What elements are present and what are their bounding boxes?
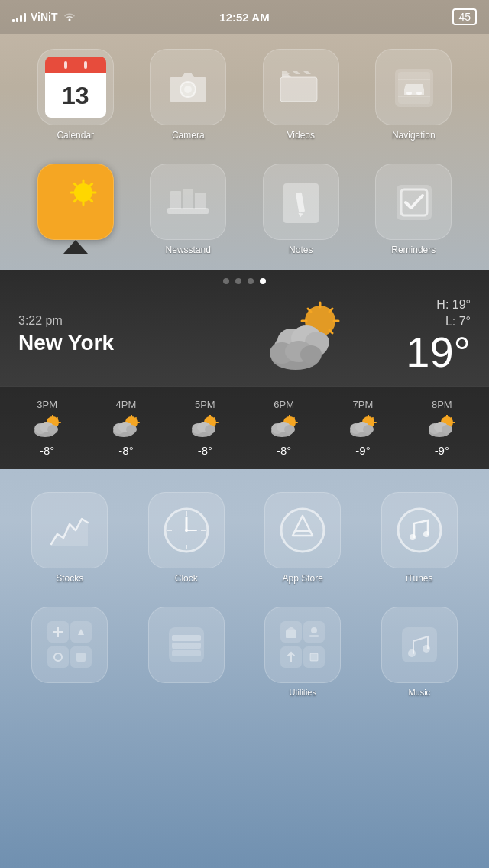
settings-folder-icon [31,607,108,683]
videos-icon [263,49,339,125]
svg-point-89 [363,425,374,434]
dot-1 [223,278,229,284]
app-item-calendar[interactable]: 13 Calendar [23,49,128,141]
utilities-label: Utilities [290,688,316,697]
app-item-reminders[interactable]: Reminders [361,164,467,255]
cal-header [45,57,106,73]
weather-main: 3:22 pm New York [0,289,489,386]
homescreen-row1: 13 Calendar Camera [0,34,489,156]
app-item-utilities[interactable]: Utilities [248,607,358,697]
svg-line-65 [213,418,215,419]
svg-rect-0 [64,61,67,69]
camera-label: Camera [172,130,205,141]
svg-point-125 [423,645,430,653]
calendar-icon: 13 [37,49,114,125]
svg-line-18 [74,199,76,201]
videos-label: Videos [287,130,315,141]
utilities-mini-4 [303,646,325,668]
svg-line-92 [450,418,452,419]
hour-temp-5pm: -8° [198,444,212,457]
clock-label: Clock [175,573,198,584]
status-time: 12:52 AM [219,11,269,24]
app-item-camera[interactable]: Camera [136,49,241,141]
folder-mini-3 [47,646,69,668]
svg-point-109 [398,509,441,552]
svg-point-71 [205,425,215,434]
hour-label-8pm: 8PM [432,399,452,410]
weather-hourly: 3PM -8° 4PM [0,386,489,469]
hour-temp-3pm: -8° [40,444,54,457]
weather-temp-info: H: 19° L: 7° 19° [406,296,471,374]
svg-rect-115 [172,635,201,641]
navigation-label: Navigation [392,130,436,141]
svg-point-3 [184,86,192,93]
hour-item-5pm: 5PM -8° [190,399,219,457]
svg-rect-117 [172,650,201,656]
app-item-clock[interactable]: Clock [132,492,241,584]
app-item-music-folder[interactable]: Music [365,607,474,697]
app-item-notes[interactable]: Notes [248,164,354,255]
hour-temp-7pm: -9° [355,444,370,457]
weather-dots [0,270,489,289]
hour-item-4pm: 4PM -8° [112,399,141,457]
passbook-icon [148,607,225,683]
app-item-weather[interactable] [23,164,128,255]
weather-city: New York [18,331,212,355]
folder-mini-4 [70,646,92,668]
carrier-name: ViNiT [31,11,58,23]
svg-rect-4 [280,77,317,102]
app-item-stocks[interactable]: Stocks [15,492,125,584]
stocks-label: Stocks [56,573,83,584]
notes-label: Notes [289,245,313,255]
notes-icon [263,164,339,240]
calendar-date: 13 [45,73,106,118]
battery-indicator: 45 [452,8,477,25]
svg-point-110 [410,534,416,540]
music-folder-label: Music [408,688,430,697]
hour-label-7pm: 7PM [353,399,374,410]
app-item-navigation[interactable]: Navigation [361,49,467,141]
svg-point-120 [311,627,317,633]
hour-label-6pm: 6PM [274,399,294,410]
svg-line-74 [293,418,294,419]
newsstand-icon [150,164,226,240]
svg-point-106 [185,529,188,532]
hour-temp-4pm: -8° [118,444,133,457]
svg-rect-121 [309,635,319,637]
weather-arrow [63,240,88,254]
svg-rect-116 [172,643,201,649]
folder-mini-2 [70,621,92,643]
itunes-icon [381,492,458,568]
svg-line-56 [134,418,136,419]
app-item-passbook[interactable] [132,607,241,697]
svg-line-47 [56,418,57,419]
svg-point-111 [423,531,429,537]
calendar-label: Calendar [57,130,94,141]
navigation-icon [375,49,452,125]
dot-4 [260,278,266,284]
svg-line-17 [90,199,92,201]
app-item-appstore[interactable]: App Store [248,492,358,584]
newsstand-label: Newsstand [166,245,211,255]
folder-mini-1 [47,621,69,643]
weather-app-icon [37,164,114,240]
svg-line-16 [74,183,76,186]
hour-temp-8pm: -9° [435,444,449,457]
dot-2 [235,278,241,284]
clock-icon [148,492,225,568]
svg-point-62 [126,425,137,434]
svg-rect-23 [195,193,206,209]
reminders-icon [375,164,452,240]
svg-rect-1 [84,61,87,69]
app-item-itunes[interactable]: iTunes [365,492,474,584]
weather-widget: 3:22 pm New York [0,270,489,469]
app-item-newsstand[interactable]: Newsstand [136,164,241,255]
appstore-label: App Store [283,573,323,584]
app-item-videos[interactable]: Videos [248,49,354,141]
signal-icon [12,11,26,22]
app-item-settings-folder[interactable] [15,607,125,697]
svg-point-53 [47,425,58,434]
status-left: ViNiT [12,11,76,24]
hour-label-4pm: 4PM [116,399,137,410]
svg-point-124 [408,649,416,657]
